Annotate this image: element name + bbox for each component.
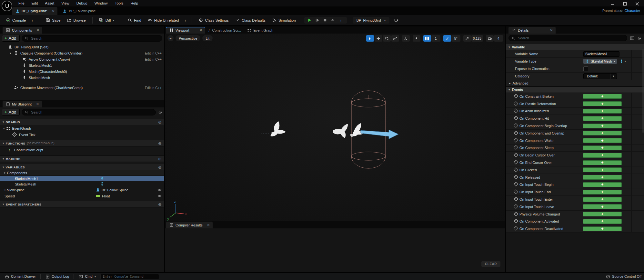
rotation-snap-button[interactable]	[443, 35, 451, 42]
rotate-tool-button[interactable]	[383, 35, 391, 42]
scale-snap-button[interactable]	[463, 35, 471, 42]
menu-item[interactable]: Edit	[28, 1, 42, 6]
add-event-button[interactable]: +	[583, 109, 622, 114]
add-component-button[interactable]: +Add	[2, 35, 20, 42]
camera-speed-button[interactable]	[486, 35, 494, 42]
menu-item[interactable]: View	[58, 1, 73, 6]
compile-options-icon[interactable]: ⋮	[30, 18, 35, 23]
tab-my-blueprint[interactable]: My Blueprint ✕	[3, 101, 42, 107]
eye-icon[interactable]	[157, 188, 162, 192]
add-event-button[interactable]: +	[583, 197, 622, 202]
add-event-button[interactable]: +	[583, 145, 622, 150]
graphs-section-header[interactable]: ▾ GRAPHS ⊕	[0, 119, 164, 125]
eject-icon[interactable]	[331, 18, 335, 23]
tab-viewport[interactable]: Viewport ✕	[166, 27, 205, 34]
edit-in-cpp-link[interactable]: Edit in C++	[145, 51, 162, 55]
component-row[interactable]: SkeletalMesh	[0, 75, 164, 81]
menu-item[interactable]: Tools	[111, 1, 127, 6]
hide-unrelated-options-icon[interactable]: ⋮	[183, 18, 188, 23]
collapse-arrow-icon[interactable]: ▾	[4, 171, 5, 175]
add-blueprint-item-button[interactable]: +Add	[2, 109, 20, 115]
menu-item[interactable]: Debug	[73, 1, 91, 6]
perspective-button[interactable]: Perspective	[176, 35, 200, 41]
minimize-button[interactable]	[609, 2, 616, 6]
add-graph-icon[interactable]: ⊕	[158, 120, 162, 125]
menu-item[interactable]: Asset	[41, 1, 58, 6]
source-control-button[interactable]: Source Control Off	[606, 274, 641, 279]
output-log-button[interactable]: Output Log	[43, 274, 71, 279]
surface-snap-button[interactable]	[413, 35, 420, 42]
menu-item[interactable]: Window	[91, 1, 111, 6]
simulation-button[interactable]: Simulation	[269, 17, 298, 24]
add-event-button[interactable]: +	[583, 212, 622, 216]
close-tab-icon[interactable]: ✕	[52, 9, 55, 13]
close-tab-icon[interactable]: ✕	[200, 28, 202, 32]
close-tab-icon[interactable]: ✕	[207, 223, 210, 227]
tab-bp-followspline[interactable]: BP_FollowSpline	[59, 7, 98, 15]
events-section-header[interactable]: ▾ Events	[506, 86, 644, 93]
tab-construction-script[interactable]: ƒ Construction Scr...	[205, 27, 244, 34]
add-event-button[interactable]: +	[583, 190, 622, 195]
details-scrollbar[interactable]	[642, 49, 644, 133]
menu-item[interactable]: File	[15, 1, 28, 6]
event-dispatchers-section-header[interactable]: ▾ EVENT DISPATCHERS ⊕	[0, 201, 164, 207]
add-event-button[interactable]: +	[583, 94, 622, 99]
display-filter-icon[interactable]	[630, 36, 634, 40]
grid-snap-button[interactable]	[423, 35, 431, 42]
play-options-icon[interactable]: ⋮	[338, 18, 344, 23]
my-blueprint-search-input[interactable]	[30, 110, 153, 115]
close-tab-icon[interactable]: ✕	[550, 28, 553, 32]
browse-button[interactable]: Browse	[64, 17, 88, 24]
add-event-button[interactable]: +	[583, 160, 622, 165]
tab-bp-flying3bird[interactable]: BP_Flying3Bird* ✕	[12, 7, 57, 15]
category-dropdown[interactable]: Default ▾	[583, 73, 617, 79]
variable-section-header[interactable]: ▾ Variable	[506, 44, 644, 50]
cmd-dropdown[interactable]: Cmd ▾	[76, 274, 98, 279]
stop-icon[interactable]	[323, 18, 327, 23]
eye-icon[interactable]	[157, 194, 162, 198]
components-search[interactable]	[22, 35, 162, 42]
variables-category-components[interactable]: ▾ Components	[0, 170, 164, 176]
close-tab-icon[interactable]: ✕	[36, 102, 39, 106]
parent-class-link[interactable]: Character	[625, 9, 640, 13]
edit-in-cpp-link[interactable]: Edit in C++	[145, 86, 162, 90]
add-event-button[interactable]: +	[583, 153, 622, 158]
add-event-button[interactable]: +	[583, 167, 622, 172]
expand-arrow-icon[interactable]	[10, 52, 14, 55]
close-tab-icon[interactable]: ✕	[36, 28, 39, 32]
expose-to-cinematics-checkbox[interactable]	[583, 66, 588, 71]
content-drawer-button[interactable]: Content Drawer	[3, 274, 38, 279]
add-variable-icon[interactable]: ⊕	[158, 165, 162, 170]
add-event-button[interactable]: +	[583, 101, 622, 106]
functions-section-header[interactable]: ▾ FUNCTIONS (33 OVERRIDABLE) ⊕	[0, 140, 164, 146]
component-row[interactable]: Arrow Component (Arrow) Edit in C++	[0, 56, 164, 62]
maximize-button[interactable]	[621, 2, 629, 6]
tab-event-graph[interactable]: Event Graph	[244, 27, 276, 34]
scale-snap-value[interactable]: 0.125	[471, 35, 483, 42]
tab-compiler-results[interactable]: Compiler Results ✕	[166, 222, 213, 228]
add-event-button[interactable]: +	[583, 131, 622, 135]
console-command-input[interactable]	[100, 274, 159, 279]
add-function-icon[interactable]: ⊕	[158, 141, 162, 146]
diff-button[interactable]: Diff ▾	[96, 17, 117, 24]
variable-row-speed[interactable]: Speed Float	[0, 193, 164, 199]
tab-details[interactable]: Details ✕	[508, 27, 556, 34]
save-button[interactable]: Save	[43, 17, 63, 24]
components-search-input[interactable]	[30, 36, 159, 41]
add-event-dispatcher-icon[interactable]: ⊕	[158, 202, 162, 207]
component-row[interactable]: Character Movement (CharMoveComp) Edit i…	[0, 83, 164, 91]
add-macro-icon[interactable]: ⊕	[158, 156, 162, 161]
add-event-button[interactable]: +	[583, 116, 622, 121]
unreal-logo-icon[interactable]	[2, 1, 12, 11]
viewport-3d-view[interactable]: x y z ≡ Perspective Lit	[165, 34, 505, 221]
add-event-button[interactable]: +	[583, 226, 622, 231]
hide-unrelated-button[interactable]: Hide Unrelated	[145, 17, 182, 24]
variable-row-skeletalmesh[interactable]: SkeletalMesh	[0, 181, 164, 187]
debug-object-dropdown[interactable]: BP_Flying3Bird ▾	[353, 17, 389, 24]
compile-button[interactable]: Compile	[3, 17, 28, 24]
component-row[interactable]: Mesh (CharacterMesh0)	[0, 68, 164, 75]
component-row[interactable]: BP_Flying3Bird (Self)	[0, 44, 164, 50]
variables-section-header[interactable]: ▾ VARIABLES ⊕	[0, 164, 164, 170]
viewport-options-button[interactable]: ≡	[167, 35, 174, 41]
details-search[interactable]	[508, 35, 627, 41]
